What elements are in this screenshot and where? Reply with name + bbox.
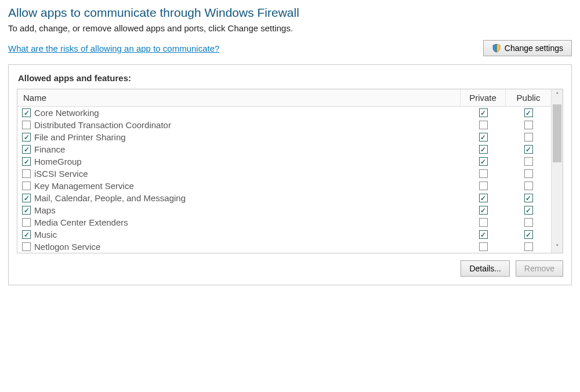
checkbox[interactable]: [479, 169, 488, 178]
scroll-track[interactable]: [552, 101, 563, 241]
header-private[interactable]: Private: [461, 89, 506, 106]
table-row[interactable]: ✓Finance✓✓: [17, 143, 551, 155]
check-icon: ✓: [525, 195, 531, 202]
chevron-up-icon: ˄: [556, 92, 559, 99]
checkbox[interactable]: ✓: [479, 230, 488, 239]
checkbox[interactable]: [524, 218, 533, 227]
check-icon: ✓: [480, 134, 486, 141]
app-name: Mail, Calendar, People, and Messaging: [34, 193, 186, 203]
checkbox[interactable]: [524, 169, 533, 178]
scroll-up-button[interactable]: ˄: [552, 89, 563, 101]
details-button[interactable]: Details...: [461, 260, 509, 277]
checkbox[interactable]: [22, 169, 31, 178]
checkbox[interactable]: [22, 242, 31, 251]
checkbox[interactable]: [479, 242, 488, 251]
table-row[interactable]: Key Management Service: [17, 180, 551, 192]
check-icon: ✓: [24, 231, 30, 238]
checkbox[interactable]: ✓: [479, 157, 488, 166]
change-settings-label: Change settings: [505, 43, 563, 53]
header-public[interactable]: Public: [506, 89, 551, 106]
scroll-down-button[interactable]: ˅: [552, 241, 563, 253]
checkbox[interactable]: ✓: [479, 108, 488, 117]
checkbox[interactable]: ✓: [22, 230, 31, 239]
page-subtitle: To add, change, or remove allowed apps a…: [8, 23, 572, 33]
checkbox[interactable]: [479, 182, 488, 190]
checkbox[interactable]: ✓: [22, 206, 31, 215]
checkbox[interactable]: ✓: [22, 157, 31, 166]
checkbox[interactable]: ✓: [524, 145, 533, 154]
app-name: Key Management Service: [34, 181, 134, 191]
app-name: Core Networking: [34, 108, 99, 118]
checkbox[interactable]: [22, 182, 31, 190]
checkbox[interactable]: ✓: [22, 194, 31, 202]
table-row[interactable]: ✓Mail, Calendar, People, and Messaging✓✓: [17, 192, 551, 204]
checkbox[interactable]: ✓: [479, 145, 488, 154]
checkbox[interactable]: [524, 121, 533, 129]
check-icon: ✓: [525, 231, 531, 238]
header-name[interactable]: Name: [17, 89, 461, 106]
check-icon: ✓: [525, 207, 531, 214]
scroll-thumb[interactable]: [553, 104, 561, 162]
remove-button[interactable]: Remove: [516, 260, 563, 277]
checkbox[interactable]: [479, 218, 488, 227]
check-icon: ✓: [525, 146, 531, 153]
table-row[interactable]: Distributed Transaction Coordinator: [17, 119, 551, 131]
checkbox[interactable]: [22, 121, 31, 129]
checkbox[interactable]: ✓: [524, 230, 533, 239]
scrollbar[interactable]: ˄ ˅: [551, 89, 563, 253]
check-icon: ✓: [24, 146, 30, 153]
checkbox[interactable]: [524, 182, 533, 190]
app-name: Finance: [34, 144, 65, 154]
risks-link[interactable]: What are the risks of allowing an app to…: [8, 43, 219, 53]
check-icon: ✓: [24, 195, 30, 202]
table-row[interactable]: ✓Music✓✓: [17, 228, 551, 241]
shield-icon: [492, 43, 501, 53]
check-icon: ✓: [480, 195, 486, 202]
checkbox[interactable]: ✓: [524, 194, 533, 202]
app-name: iSCSI Service: [34, 169, 88, 179]
checkbox[interactable]: ✓: [524, 108, 533, 117]
page-title: Allow apps to communicate through Window…: [8, 6, 572, 20]
checkbox[interactable]: ✓: [479, 206, 488, 215]
checkbox[interactable]: ✓: [479, 133, 488, 141]
check-icon: ✓: [480, 158, 486, 165]
panel-label: Allowed apps and features:: [18, 73, 563, 83]
checkbox[interactable]: ✓: [22, 145, 31, 154]
app-name: Music: [34, 230, 57, 239]
check-icon: ✓: [480, 207, 486, 214]
checkbox[interactable]: [524, 133, 533, 141]
checkbox[interactable]: ✓: [479, 194, 488, 202]
table-row[interactable]: ✓Core Networking✓✓: [17, 107, 551, 119]
list-header: Name Private Public: [17, 89, 551, 107]
check-icon: ✓: [24, 158, 30, 165]
check-icon: ✓: [525, 110, 531, 117]
chevron-down-icon: ˅: [556, 244, 559, 251]
app-name: Distributed Transaction Coordinator: [34, 120, 171, 130]
app-name: HomeGroup: [34, 157, 82, 166]
app-name: File and Printer Sharing: [34, 132, 126, 142]
table-row[interactable]: ✓HomeGroup✓: [17, 155, 551, 168]
checkbox[interactable]: [479, 121, 488, 129]
checkbox[interactable]: [22, 218, 31, 227]
check-icon: ✓: [24, 134, 30, 141]
check-icon: ✓: [24, 207, 30, 214]
table-row[interactable]: iSCSI Service: [17, 168, 551, 180]
table-row[interactable]: ✓Maps✓✓: [17, 204, 551, 216]
table-row[interactable]: Media Center Extenders: [17, 216, 551, 228]
table-row[interactable]: Netlogon Service: [17, 241, 551, 253]
app-name: Netlogon Service: [34, 242, 100, 252]
checkbox[interactable]: ✓: [524, 206, 533, 215]
table-row[interactable]: ✓File and Printer Sharing✓: [17, 131, 551, 143]
check-icon: ✓: [24, 110, 30, 117]
checkbox[interactable]: ✓: [22, 133, 31, 141]
app-name: Maps: [34, 205, 56, 215]
check-icon: ✓: [480, 231, 486, 238]
checkbox[interactable]: [524, 157, 533, 166]
apps-list: Name Private Public ✓Core Networking✓✓Di…: [17, 89, 563, 253]
check-icon: ✓: [480, 146, 486, 153]
allowed-apps-panel: Allowed apps and features: Name Private …: [8, 64, 572, 285]
change-settings-button[interactable]: Change settings: [483, 40, 572, 56]
checkbox[interactable]: [524, 242, 533, 251]
checkbox[interactable]: ✓: [22, 108, 31, 117]
app-name: Media Center Extenders: [34, 217, 128, 227]
